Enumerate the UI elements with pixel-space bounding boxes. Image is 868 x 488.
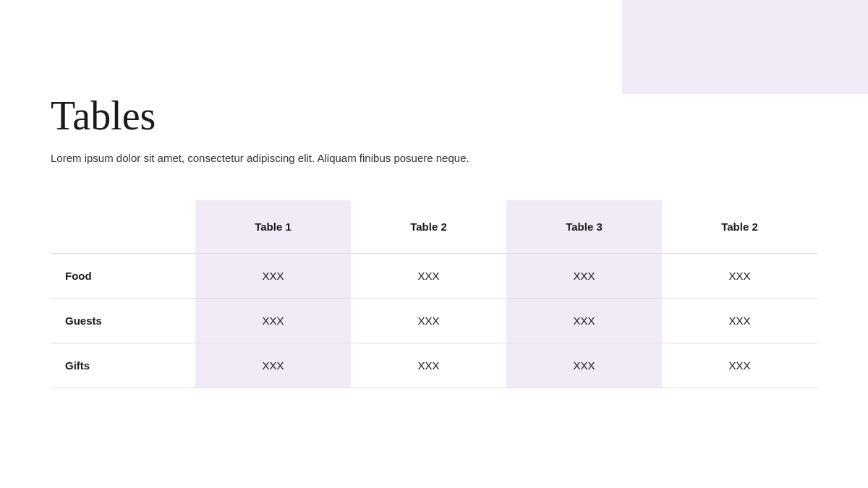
cell-gifts-4: XXX	[662, 343, 817, 388]
header-empty	[51, 200, 195, 254]
cell-guests-4: XXX	[662, 298, 817, 343]
header-table4: Table 2	[662, 200, 817, 254]
table-header-row: Table 1 Table 2 Table 3 Table 2	[51, 200, 817, 254]
cell-food-2: XXX	[351, 253, 506, 298]
row-label-gifts: Gifts	[51, 343, 195, 388]
cell-gifts-3: XXX	[506, 343, 662, 388]
cell-food-4: XXX	[662, 253, 817, 298]
row-label-food: Food	[51, 253, 195, 298]
cell-guests-1: XXX	[195, 298, 351, 343]
page-subtitle: Lorem ipsum dolor sit amet, consectetur …	[51, 152, 817, 164]
cell-food-1: XXX	[195, 253, 351, 298]
table-row: Guests XXX XXX XXX XXX	[51, 298, 817, 343]
decorative-banner	[622, 0, 868, 94]
cell-food-3: XXX	[506, 253, 662, 298]
cell-guests-2: XXX	[351, 298, 506, 343]
cell-gifts-2: XXX	[351, 343, 506, 388]
cell-guests-3: XXX	[506, 298, 662, 343]
page-title: Tables	[51, 94, 817, 139]
header-table2: Table 2	[351, 200, 506, 254]
cell-gifts-1: XXX	[195, 343, 351, 388]
comparison-table: Table 1 Table 2 Table 3 Table 2 Food XXX…	[51, 200, 817, 388]
header-table1: Table 1	[195, 200, 351, 254]
header-table3: Table 3	[506, 200, 662, 254]
table-row: Food XXX XXX XXX XXX	[51, 253, 817, 298]
row-label-guests: Guests	[51, 298, 195, 343]
table-row: Gifts XXX XXX XXX XXX	[51, 343, 817, 388]
